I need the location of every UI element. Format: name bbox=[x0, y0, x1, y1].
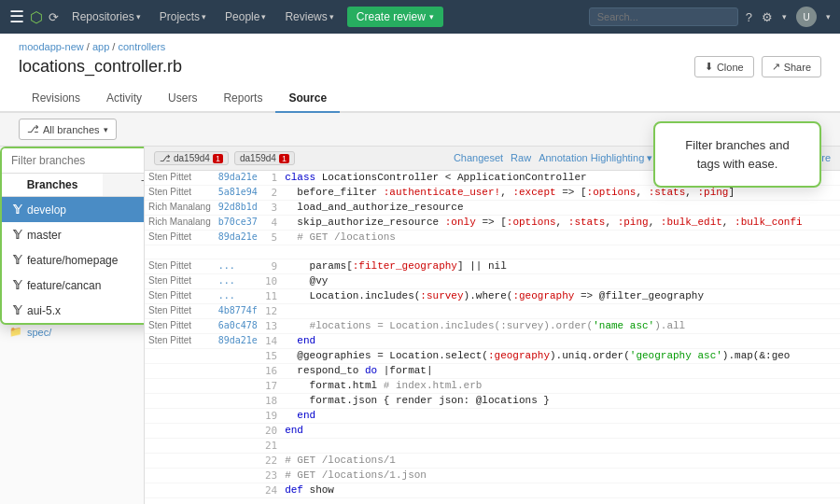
branch-item-feature-homepage[interactable]: 𝕐 feature/homepage bbox=[2, 247, 145, 273]
tooltip-bubble: Filter branches and tags with ease. bbox=[653, 121, 821, 188]
table-row: 15 @geographies = Location.select(:geogr… bbox=[145, 349, 840, 364]
table-row: Sten Pittet ... 11 Location.includes(:su… bbox=[145, 289, 840, 304]
branch-icon: 𝕐 bbox=[13, 303, 21, 317]
badge-num: 1 bbox=[213, 154, 223, 163]
help-icon[interactable]: ? bbox=[746, 10, 752, 24]
branch-icon: ⎇ bbox=[160, 153, 171, 163]
nav-projects[interactable]: Projects▾ bbox=[154, 8, 212, 25]
chevron-down-icon: ▾ bbox=[826, 12, 831, 21]
logo-icon: ⬡ bbox=[30, 8, 43, 26]
tab-activity[interactable]: Activity bbox=[93, 85, 155, 113]
hash-cell[interactable]: 89da21e bbox=[215, 171, 261, 186]
hamburger-icon[interactable]: ☰ bbox=[9, 7, 24, 27]
author-cell bbox=[145, 439, 215, 454]
avatar[interactable]: U bbox=[796, 7, 817, 27]
code-cell: skip_authorize_resource :only => [:optio… bbox=[281, 216, 840, 231]
table-row: 19 end bbox=[145, 409, 840, 424]
author-cell bbox=[145, 394, 215, 409]
hash-cell[interactable]: 6a0c478 bbox=[215, 319, 261, 334]
author-cell: Sten Pittet bbox=[145, 304, 215, 319]
tab-users[interactable]: Users bbox=[155, 85, 210, 113]
nav-reviews[interactable]: Reviews▾ bbox=[279, 8, 339, 25]
folder-icon: 📁 bbox=[9, 326, 22, 338]
breadcrumb-link-repo[interactable]: moodapp-new bbox=[19, 41, 84, 52]
hash-cell bbox=[215, 364, 261, 379]
hash-cell[interactable]: 4b8774f bbox=[215, 304, 261, 319]
breadcrumb-link-app[interactable]: app bbox=[92, 41, 109, 52]
line-num-cell: 18 bbox=[261, 394, 281, 409]
share-button[interactable]: ↗ Share bbox=[762, 56, 821, 77]
table-row: Sten Pittet 4b8774f 12 bbox=[145, 304, 840, 319]
hash-cell[interactable]: 5a81e94 bbox=[215, 186, 261, 201]
hash-cell bbox=[215, 454, 261, 469]
branches-dropdown-button[interactable]: ⎇ All branches ▾ bbox=[19, 119, 117, 140]
branch-icon: 𝕐 bbox=[13, 228, 21, 242]
table-row: 20 end bbox=[145, 424, 840, 439]
table-row: Sten Pittet 6a0c478 13 #locations = Loca… bbox=[145, 319, 840, 334]
line-num-cell: 5 bbox=[261, 231, 281, 245]
page-title: locations_controller.rb bbox=[19, 57, 182, 77]
hash-cell bbox=[215, 245, 261, 259]
create-review-button[interactable]: Create review ▾ bbox=[347, 7, 443, 27]
commit-badge-1[interactable]: ⎇ da159d4 1 bbox=[154, 151, 229, 165]
file-tree-item[interactable]: 📁 spec/ bbox=[0, 323, 144, 341]
tab-reports[interactable]: Reports bbox=[210, 85, 275, 113]
line-num-cell: 1 bbox=[261, 171, 281, 186]
action-annotation[interactable]: Annotation Highlighting ▾ bbox=[539, 152, 652, 164]
branch-filter-icon: ⎇ bbox=[27, 123, 39, 135]
author-cell: Sten Pittet bbox=[145, 259, 215, 274]
hash-cell bbox=[215, 379, 261, 394]
hash-cell[interactable]: ... bbox=[215, 259, 261, 274]
author-cell bbox=[145, 349, 215, 364]
action-changeset[interactable]: Changeset bbox=[454, 152, 503, 164]
code-cell: end bbox=[281, 424, 840, 439]
branch-item-aui[interactable]: 𝕐 aui-5.x bbox=[2, 298, 145, 323]
hash-cell[interactable]: 89da21e bbox=[215, 334, 261, 349]
branch-filter-input[interactable] bbox=[2, 148, 145, 174]
line-num-cell: 11 bbox=[261, 289, 281, 304]
tab-revisions[interactable]: Revisions bbox=[19, 85, 93, 113]
code-cell: # GET /locations/1.json bbox=[281, 469, 840, 483]
branch-item-feature-cancan[interactable]: 𝕐 feature/cancan bbox=[2, 273, 145, 298]
search-input[interactable] bbox=[589, 7, 738, 26]
badge-num: 1 bbox=[279, 154, 289, 163]
tab-source[interactable]: Source bbox=[275, 85, 340, 113]
action-raw[interactable]: Raw bbox=[511, 152, 531, 164]
hash-cell[interactable]: 92d8b1d bbox=[215, 201, 261, 216]
gear-icon[interactable]: ⚙ bbox=[762, 10, 773, 24]
table-row: Rich Manalang b70ce37 4 skip_authorize_r… bbox=[145, 216, 840, 231]
breadcrumb-link-controllers[interactable]: controllers bbox=[118, 41, 165, 52]
tab-tags[interactable]: Tags bbox=[103, 174, 145, 196]
nav-people[interactable]: People▾ bbox=[219, 8, 272, 25]
chevron-down-icon: ▾ bbox=[202, 12, 206, 21]
author-cell: Sten Pittet bbox=[145, 171, 215, 186]
line-num-cell: 10 bbox=[261, 274, 281, 289]
branch-type-tabs: Branches Tags bbox=[2, 174, 145, 197]
page-title-row: locations_controller.rb ⬇ Clone ↗ Share bbox=[0, 54, 840, 85]
tab-branches[interactable]: Branches bbox=[2, 174, 103, 196]
author-cell: Sten Pittet bbox=[145, 289, 215, 304]
clone-button[interactable]: ⬇ Clone bbox=[694, 56, 754, 77]
hash-cell[interactable]: b70ce37 bbox=[215, 216, 261, 231]
author-cell bbox=[145, 409, 215, 424]
hash-cell bbox=[215, 409, 261, 424]
table-row bbox=[145, 245, 840, 259]
branch-item-master[interactable]: 𝕐 master bbox=[2, 222, 145, 247]
download-icon: ⬇ bbox=[705, 61, 713, 73]
branch-item-develop[interactable]: 𝕐 develop bbox=[2, 197, 145, 222]
chevron-down-icon: ▾ bbox=[136, 12, 141, 21]
hash-cell bbox=[215, 483, 261, 498]
commit-badge-2[interactable]: da159d4 1 bbox=[234, 151, 295, 165]
nav-repositories[interactable]: Repositories▾ bbox=[66, 8, 147, 25]
hash-cell[interactable]: 89da21e bbox=[215, 231, 261, 245]
code-cell: respond_to do |format| bbox=[281, 364, 840, 379]
hash-cell bbox=[215, 394, 261, 409]
author-cell: Sten Pittet bbox=[145, 319, 215, 334]
hash-cell[interactable]: ... bbox=[215, 289, 261, 304]
author-cell: Sten Pittet bbox=[145, 231, 215, 245]
hash-cell[interactable]: ... bbox=[215, 274, 261, 289]
chevron-down-icon: ▾ bbox=[782, 12, 787, 21]
line-num-cell: 14 bbox=[261, 334, 281, 349]
code-cell: # GET /locations/1 bbox=[281, 454, 840, 469]
share-icon: ↗ bbox=[772, 61, 780, 73]
